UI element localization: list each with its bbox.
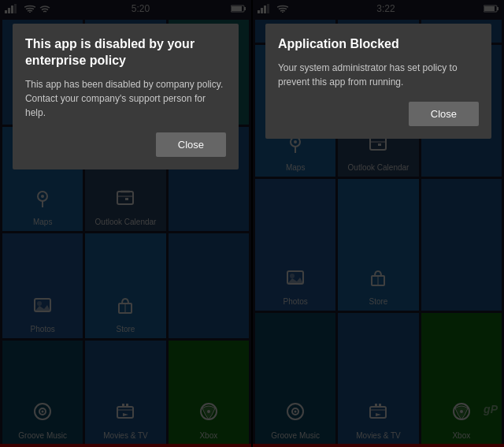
dialog-overlay-left: This app is disabled by your enterprise … xyxy=(0,0,251,447)
enterprise-dialog: This app is disabled by your enterprise … xyxy=(13,24,239,169)
blocked-dialog-title: Application Blocked xyxy=(278,36,479,53)
blocked-close-button[interactable]: Close xyxy=(409,102,479,126)
enterprise-dialog-buttons: Close xyxy=(25,132,226,157)
blocked-dialog: Application Blocked Your system administ… xyxy=(265,24,491,139)
left-phone-screen: 5:20 Maps Outlook Calendar xyxy=(0,0,251,447)
blocked-dialog-buttons: Close xyxy=(278,102,479,126)
enterprise-dialog-message: This app has been disabled by company po… xyxy=(25,77,226,120)
right-phone-screen: 3:22 People Cortana Maps xyxy=(253,0,504,447)
dialog-overlay-right: Application Blocked Your system administ… xyxy=(253,0,504,447)
enterprise-dialog-title: This app is disabled by your enterprise … xyxy=(25,36,226,69)
blocked-dialog-message: Your system administrator has set policy… xyxy=(278,61,479,89)
enterprise-close-button[interactable]: Close xyxy=(156,132,226,157)
